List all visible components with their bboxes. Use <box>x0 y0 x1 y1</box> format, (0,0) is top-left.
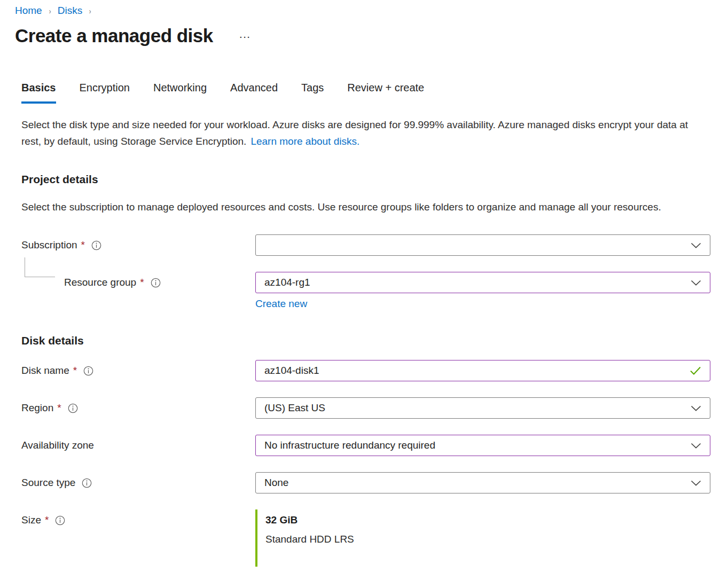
tab-advanced[interactable]: Advanced <box>230 82 278 104</box>
source-type-label-text: Source type <box>21 477 75 489</box>
region-label-text: Region <box>21 402 53 414</box>
disk-name-input[interactable] <box>264 365 684 377</box>
required-marker: * <box>140 277 144 288</box>
learn-more-link[interactable]: Learn more about disks. <box>251 136 359 147</box>
size-summary: 32 GiB Standard HDD LRS <box>255 509 710 567</box>
chevron-down-icon <box>691 443 701 449</box>
disk-name-row: Disk name * <box>21 360 720 381</box>
size-label-text: Size <box>21 514 41 526</box>
disk-name-field <box>255 360 710 381</box>
info-icon[interactable] <box>55 515 65 526</box>
availability-zone-label: Availability zone <box>21 435 255 456</box>
required-marker: * <box>45 514 49 526</box>
resource-group-row: Resource group * az104-rg1 Create new <box>21 272 720 310</box>
chevron-right-icon: › <box>89 6 91 15</box>
create-new-link[interactable]: Create new <box>255 298 307 310</box>
resource-group-value: az104-rg1 <box>264 277 310 288</box>
size-row: Size * 32 GiB Standard HDD LRS <box>21 509 720 567</box>
availability-zone-row: Availability zone No infrastructure redu… <box>21 435 720 456</box>
source-type-value: None <box>264 477 288 489</box>
region-row: Region * (US) East US <box>21 397 720 419</box>
size-value: 32 GiB <box>265 514 710 526</box>
tab-basics[interactable]: Basics <box>21 82 56 104</box>
chevron-down-icon <box>691 280 701 286</box>
disk-details-heading: Disk details <box>21 334 720 347</box>
info-icon[interactable] <box>82 478 92 488</box>
breadcrumb-disks-link[interactable]: Disks <box>58 5 82 17</box>
info-icon[interactable] <box>151 278 161 288</box>
checkmark-icon <box>690 366 701 375</box>
project-details-description: Select the subscription to manage deploy… <box>21 199 701 215</box>
required-marker: * <box>57 402 61 414</box>
source-type-row: Source type None <box>21 472 720 493</box>
chevron-down-icon <box>691 405 701 411</box>
project-details-heading: Project details <box>21 173 720 186</box>
subscription-row: Subscription * <box>21 234 720 256</box>
resource-group-label-text: Resource group <box>64 277 136 288</box>
info-icon[interactable] <box>91 240 101 250</box>
subscription-label: Subscription * <box>21 234 255 256</box>
tab-encryption[interactable]: Encryption <box>80 82 130 104</box>
source-type-dropdown[interactable]: None <box>255 472 710 493</box>
subscription-dropdown[interactable] <box>255 234 710 256</box>
region-label: Region * <box>21 397 255 419</box>
tab-tags[interactable]: Tags <box>301 82 324 104</box>
disk-name-label-text: Disk name <box>21 365 69 377</box>
required-marker: * <box>73 365 77 377</box>
resource-group-dropdown[interactable]: az104-rg1 <box>255 272 710 293</box>
breadcrumb-home-link[interactable]: Home <box>15 5 42 17</box>
disk-name-label: Disk name * <box>21 360 255 381</box>
wizard-tabs: Basics Encryption Networking Advanced Ta… <box>21 82 720 104</box>
availability-zone-label-text: Availability zone <box>21 440 94 451</box>
tab-review-create[interactable]: Review + create <box>347 82 424 104</box>
availability-zone-dropdown[interactable]: No infrastructure redundancy required <box>255 435 710 456</box>
intro-text: Select the disk type and size needed for… <box>21 116 705 150</box>
page-title: Create a managed disk <box>15 25 213 46</box>
region-value: (US) East US <box>264 402 325 414</box>
availability-zone-value: No infrastructure redundancy required <box>264 440 435 451</box>
chevron-down-icon <box>691 242 701 248</box>
tab-networking[interactable]: Networking <box>153 82 207 104</box>
disk-details-form: Disk name * Region * (US) East US <box>21 360 720 567</box>
resource-group-label: Resource group * <box>21 272 255 293</box>
hierarchy-connector <box>25 257 55 277</box>
size-label: Size * <box>21 509 255 531</box>
title-row: Create a managed disk ... <box>15 25 720 46</box>
breadcrumb: Home › Disks › <box>0 0 720 17</box>
info-icon[interactable] <box>83 366 93 376</box>
chevron-down-icon <box>691 480 701 486</box>
ellipsis-icon[interactable]: ... <box>238 28 254 42</box>
info-icon[interactable] <box>68 403 78 413</box>
region-dropdown[interactable]: (US) East US <box>255 397 710 419</box>
required-marker: * <box>81 239 85 251</box>
source-type-label: Source type <box>21 472 255 493</box>
basics-form: Subscription * Resource group * az104-rg… <box>21 234 720 310</box>
chevron-right-icon: › <box>49 6 51 15</box>
subscription-label-text: Subscription <box>21 239 77 251</box>
size-sku: Standard HDD LRS <box>265 534 710 545</box>
